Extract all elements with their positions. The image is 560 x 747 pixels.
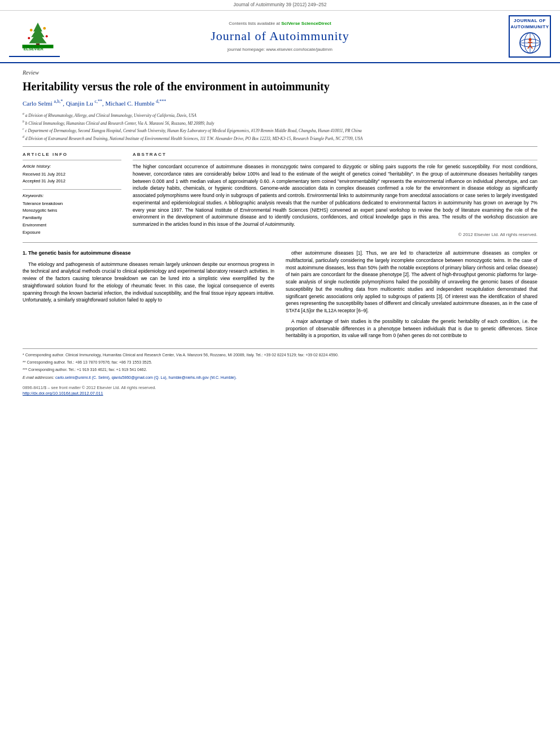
svg-marker-4 [29, 32, 46, 43]
divider-1 [23, 146, 537, 147]
article-info-label: ARTICLE INFO [23, 151, 121, 158]
author-qianjin: Qianjin Lu c,** [66, 100, 102, 107]
svg-point-8 [28, 37, 30, 39]
section1-left-text: The etiology and pathogenesis of autoimm… [23, 261, 274, 303]
article-info-block: Article history: Received 31 July 2012 A… [23, 163, 121, 236]
footnotes-area: * Corresponding author. Clinical Immunol… [23, 348, 537, 381]
svg-text:ELSEVIER: ELSEVIER [24, 47, 43, 51]
footnote-star1-text: * Corresponding author. Clinical Immunol… [23, 353, 339, 357]
author-michael: Michael C. Humble d,*** [105, 100, 166, 107]
affiliation-b: b b Clinical Immunology, Humanitas Clini… [23, 119, 537, 126]
body-right-col: other autoimmune diseases [1]. Thus, we … [286, 250, 537, 343]
svg-point-9 [46, 35, 48, 37]
email-values: carlo.selmi@unimi.it (C. Selmi), qianlu5… [55, 375, 237, 379]
keyword-2: Monozygotic twins [23, 207, 121, 215]
authors-line: Carlo Selmi a,b,*, Qianjin Lu c,**, Mich… [23, 98, 537, 108]
divider-2 [23, 242, 537, 243]
affiliations: a a Division of Rheumatology, Allergy, a… [23, 111, 537, 142]
affiliation-a: a a Division of Rheumatology, Allergy, a… [23, 111, 537, 119]
keyword-4: Environment [23, 222, 121, 229]
svg-point-7 [43, 27, 46, 30]
footnote-emails: E-mail addresses: carlo.selmi@unimi.it (… [23, 374, 537, 381]
article-title: Heritability versus the role of the envi… [23, 79, 537, 94]
journal-header-center: Contents lists available at SciVerse Sci… [60, 20, 500, 53]
sciverse-link[interactable]: SciVerse ScienceDirect [281, 21, 331, 26]
footnote-star3-text: *** Corresponding author. Tel.: +1 919 3… [23, 368, 147, 372]
journal-header: ELSEVIER Contents lists available at Sci… [0, 11, 560, 63]
email-label: E-mail addresses: [23, 375, 54, 379]
info-divider [23, 160, 121, 160]
received-date: Received 31 July 2012 [23, 171, 121, 178]
info-abstract-row: ARTICLE INFO Article history: Received 3… [23, 151, 537, 238]
sciverse-line: Contents lists available at SciVerse Sci… [60, 20, 500, 27]
footnote-star3: *** Corresponding author. Tel.: +1 919 3… [23, 366, 537, 373]
issn-line: 0896-8411/$ – see front matter © 2012 El… [23, 385, 537, 391]
section1-right-para2: A major advantage of twin studies is the… [286, 318, 537, 339]
journal-homepage: journal homepage: www.elsevier.com/locat… [60, 46, 500, 53]
section1-right-para1: other autoimmune diseases [1]. Thus, we … [286, 250, 537, 314]
footnote-star1: * Corresponding author. Clinical Immunol… [23, 352, 537, 358]
footnote-star2-text: ** Corresponding author. Tel.: +86 13 78… [23, 360, 152, 364]
abstract-label: ABSTRACT [133, 151, 537, 158]
section1-left-para: The etiology and pathogenesis of autoimm… [23, 261, 274, 304]
journal-badge-section: JOURNAL OFAUTOIMMUNITY [500, 15, 551, 58]
copyright-line: © 2012 Elsevier Ltd. All rights reserved… [133, 231, 537, 238]
author-carlo: Carlo Selmi a,b,* [23, 100, 63, 107]
keywords-label: Keywords: [23, 193, 121, 199]
top-bar: Journal of Autoimmunity 39 (2012) 249–25… [0, 0, 560, 11]
elsevier-logo-section: ELSEVIER [9, 16, 60, 57]
article-history-heading: Article history: [23, 163, 121, 169]
abstract-text: The higher concordant occurrence of auto… [133, 163, 537, 228]
badge-globe-icon [519, 32, 541, 54]
affiliation-d: d d Division of Extramural Research and … [23, 134, 537, 142]
accepted-date: Accepted 31 July 2012 [23, 178, 121, 185]
doi-link[interactable]: http://dx.doi.org/10.1016/j.jaut.2012.07… [23, 391, 103, 396]
doi-line: http://dx.doi.org/10.1016/j.jaut.2012.07… [23, 391, 537, 397]
badge-title: JOURNAL OFAUTOIMMUNITY [510, 18, 549, 30]
body-section: 1. The genetic basis for autoimmune dise… [23, 250, 537, 343]
affiliation-c: c c Department of Dermatology, Second Xi… [23, 126, 537, 134]
keyword-5: Exposure [23, 229, 121, 237]
email-addresses: carlo.selmi@unimi.it (C. Selmi), qianlu5… [55, 375, 237, 379]
main-content: Review Heritability versus the role of t… [0, 63, 560, 405]
svg-point-15 [528, 38, 531, 41]
article-dates: Received 31 July 2012 Accepted 31 July 2… [23, 171, 121, 185]
svg-point-6 [30, 29, 33, 32]
body-left-col: 1. The genetic basis for autoimmune dise… [23, 250, 274, 343]
keywords-divider [23, 189, 121, 190]
keyword-1: Tolerance breakdown [23, 200, 121, 208]
abstract-col: ABSTRACT The higher concordant occurrenc… [133, 151, 537, 238]
article-type: Review [23, 69, 537, 77]
section1-heading: 1. The genetic basis for autoimmune dise… [23, 250, 274, 257]
section1-right-text2: A major advantage of twin studies is the… [286, 318, 537, 339]
elsevier-tree-logo: ELSEVIER [18, 20, 58, 51]
journal-citation: Journal of Autoimmunity 39 (2012) 249–25… [234, 2, 327, 7]
autoimmunity-badge: JOURNAL OFAUTOIMMUNITY [509, 15, 551, 58]
journal-main-title: Journal of Autoimmunity [60, 28, 500, 45]
page: Journal of Autoimmunity 39 (2012) 249–25… [0, 0, 560, 405]
abstract-content: The higher concordant occurrence of auto… [133, 164, 537, 227]
abstract-divider [133, 160, 537, 160]
article-info-col: ARTICLE INFO Article history: Received 3… [23, 151, 121, 238]
section1-right-text: other autoimmune diseases [1]. Thus, we … [286, 250, 537, 313]
footnote-star2: ** Corresponding author. Tel.: +86 13 78… [23, 359, 537, 365]
svg-rect-5 [36, 43, 40, 45]
bottom-bar: 0896-8411/$ – see front matter © 2012 El… [23, 385, 537, 399]
keyword-3: Familiarity [23, 215, 121, 222]
